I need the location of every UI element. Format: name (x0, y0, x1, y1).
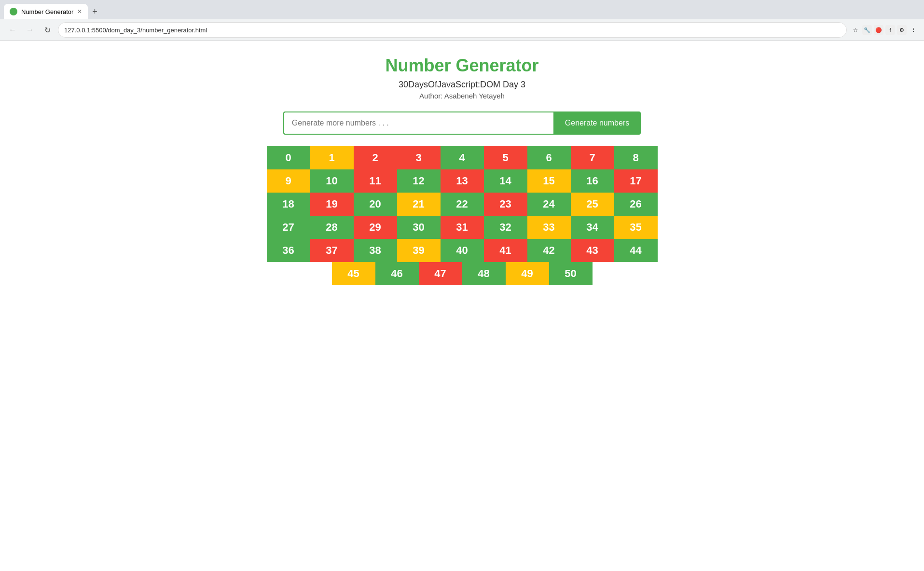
number-cell: 33 (527, 216, 571, 239)
number-cell: 0 (267, 146, 310, 169)
number-cell: 36 (267, 239, 310, 262)
number-cell: 38 (354, 239, 397, 262)
number-cell: 2 (354, 146, 397, 169)
tab-title: Number Generator (21, 8, 73, 15)
menu-button[interactable]: ⋮ (909, 25, 918, 35)
number-cell: 9 (267, 169, 310, 193)
number-cell: 49 (506, 262, 549, 285)
number-cell: 48 (462, 262, 506, 285)
number-cell: 39 (397, 239, 441, 262)
page-content: Number Generator 30DaysOfJavaScript:DOM … (0, 41, 924, 300)
number-cell: 44 (614, 239, 658, 262)
url-input[interactable] (58, 22, 847, 38)
new-tab-button[interactable]: + (88, 5, 101, 18)
number-cell: 7 (571, 146, 614, 169)
number-cell: 13 (441, 169, 484, 193)
number-cell: 21 (397, 193, 441, 216)
number-cell: 32 (484, 216, 527, 239)
number-cell: 16 (571, 169, 614, 193)
number-cell: 24 (527, 193, 571, 216)
number-cell: 11 (354, 169, 397, 193)
number-cell: 12 (397, 169, 441, 193)
number-cell: 35 (614, 216, 658, 239)
input-section: Generate numbers (10, 111, 914, 135)
numbers-grid: 0123456789101112131415161718192021222324… (260, 146, 665, 285)
tab-bar: Number Generator ✕ + (0, 0, 924, 19)
number-cell: 50 (549, 262, 593, 285)
browser-toolbar-icons: ☆ 🔧 🔴 f ⚙ ⋮ (851, 25, 918, 35)
number-cell: 14 (484, 169, 527, 193)
reload-button[interactable]: ↻ (41, 23, 54, 37)
number-cell: 1 (310, 146, 354, 169)
page-author: Author: Asabeneh Yetayeh (10, 92, 914, 100)
number-cell: 5 (484, 146, 527, 169)
ext-icon-4[interactable]: ⚙ (897, 25, 907, 35)
number-cell: 17 (614, 169, 658, 193)
number-cell: 43 (571, 239, 614, 262)
number-cell: 18 (267, 193, 310, 216)
ext-icon-2[interactable]: 🔴 (874, 25, 883, 35)
tab-favicon (10, 8, 17, 15)
number-cell: 29 (354, 216, 397, 239)
number-cell: 8 (614, 146, 658, 169)
number-cell: 42 (527, 239, 571, 262)
bookmark-icon[interactable]: ☆ (851, 25, 860, 35)
number-cell: 46 (375, 262, 419, 285)
number-cell: 31 (441, 216, 484, 239)
ext-icon-3[interactable]: f (885, 25, 895, 35)
ext-icon-1[interactable]: 🔧 (862, 25, 872, 35)
address-bar: ← → ↻ ☆ 🔧 🔴 f ⚙ ⋮ (0, 19, 924, 41)
browser-chrome: Number Generator ✕ + ← → ↻ ☆ 🔧 🔴 f ⚙ ⋮ (0, 0, 924, 41)
number-cell: 41 (484, 239, 527, 262)
back-button[interactable]: ← (6, 23, 19, 37)
number-cell: 37 (310, 239, 354, 262)
number-cell: 19 (310, 193, 354, 216)
number-cell: 45 (332, 262, 375, 285)
number-cell: 25 (571, 193, 614, 216)
active-tab[interactable]: Number Generator ✕ (4, 4, 88, 19)
page-title: Number Generator (10, 56, 914, 76)
number-cell: 4 (441, 146, 484, 169)
number-cell: 27 (267, 216, 310, 239)
generate-button[interactable]: Generate numbers (553, 111, 641, 135)
number-cell: 34 (571, 216, 614, 239)
number-cell: 23 (484, 193, 527, 216)
number-cell: 10 (310, 169, 354, 193)
number-cell: 20 (354, 193, 397, 216)
forward-button[interactable]: → (23, 23, 37, 37)
number-cell: 3 (397, 146, 441, 169)
page-subtitle: 30DaysOfJavaScript:DOM Day 3 (10, 80, 914, 90)
number-cell: 26 (614, 193, 658, 216)
number-cell: 30 (397, 216, 441, 239)
number-cell: 6 (527, 146, 571, 169)
number-cell: 28 (310, 216, 354, 239)
number-cell: 40 (441, 239, 484, 262)
number-cell: 15 (527, 169, 571, 193)
number-cell: 22 (441, 193, 484, 216)
tab-close-button[interactable]: ✕ (77, 8, 82, 15)
generate-input[interactable] (283, 111, 553, 135)
number-cell: 47 (419, 262, 462, 285)
